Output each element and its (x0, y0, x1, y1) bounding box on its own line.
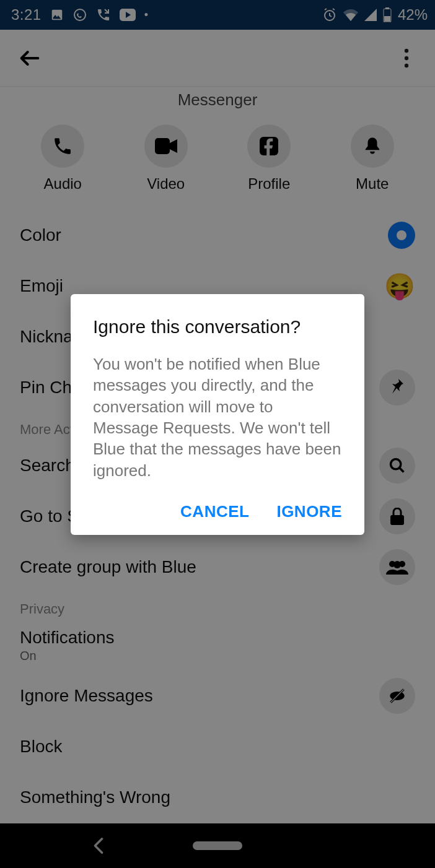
cancel-button[interactable]: CANCEL (180, 502, 249, 521)
ignore-button[interactable]: IGNORE (276, 502, 342, 521)
dialog-body: You won't be notified when Blue messages… (93, 354, 342, 481)
ignore-dialog: Ignore this conversation? You won't be n… (71, 294, 364, 535)
dialog-title: Ignore this conversation? (93, 316, 342, 337)
